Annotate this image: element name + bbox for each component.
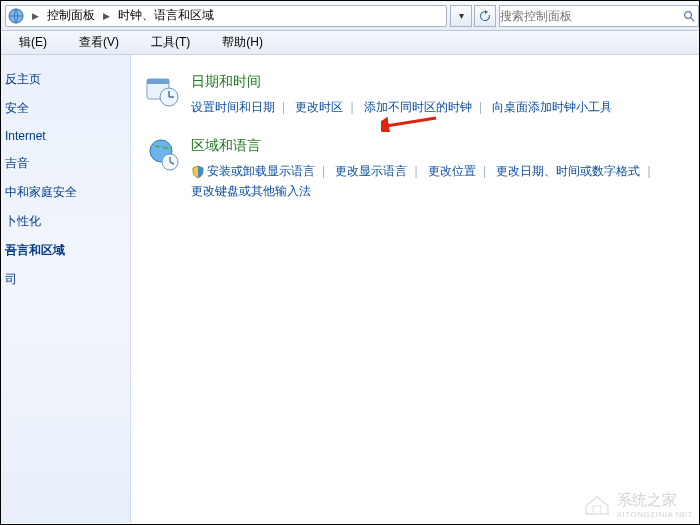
section-title-date-time[interactable]: 日期和时间 bbox=[191, 73, 612, 91]
svg-line-12 bbox=[386, 118, 436, 126]
link-change-timezone[interactable]: 更改时区 bbox=[295, 100, 343, 114]
watermark: 系统之家 XITONGZINIA NET bbox=[583, 491, 693, 519]
globe-clock-icon bbox=[145, 137, 181, 173]
svg-point-1 bbox=[685, 11, 692, 18]
section-title-region-language[interactable]: 区域和语言 bbox=[191, 137, 658, 155]
breadcrumb-control-panel[interactable]: 控制面板 bbox=[43, 5, 99, 26]
menu-tools[interactable]: 工具(T) bbox=[135, 31, 206, 54]
menu-view[interactable]: 查看(V) bbox=[63, 31, 135, 54]
breadcrumb-clock-language-region[interactable]: 时钟、语言和区域 bbox=[114, 5, 218, 26]
search-icon bbox=[680, 10, 698, 22]
chevron-right-icon: ▶ bbox=[99, 11, 114, 21]
svg-rect-13 bbox=[593, 506, 601, 514]
link-change-display-language[interactable]: 更改显示语言 bbox=[335, 164, 407, 178]
shield-icon bbox=[191, 165, 205, 179]
svg-line-2 bbox=[691, 17, 694, 20]
chevron-right-icon: ▶ bbox=[28, 11, 43, 21]
sidebar: 反主页 安全 Internet 吉音 中和家庭安全 卜性化 吾言和区域 司 bbox=[1, 55, 131, 523]
search-box[interactable] bbox=[499, 5, 699, 27]
svg-rect-4 bbox=[147, 79, 169, 84]
link-set-date-time[interactable]: 设置时间和日期 bbox=[191, 100, 275, 114]
watermark-text: 系统之家 bbox=[617, 491, 693, 510]
content-pane: 日期和时间 设置时间和日期| 更改时区| 添加不同时区的时钟| 向桌面添加时钟小… bbox=[131, 55, 699, 523]
annotation-arrow bbox=[381, 112, 441, 132]
watermark-url: XITONGZINIA NET bbox=[617, 510, 693, 519]
sidebar-item-family[interactable]: 中和家庭安全 bbox=[1, 178, 130, 207]
link-change-location[interactable]: 更改位置 bbox=[428, 164, 476, 178]
menu-bar: 辑(E) 查看(V) 工具(T) 帮助(H) bbox=[1, 31, 699, 55]
refresh-button[interactable] bbox=[474, 5, 496, 27]
sidebar-item-sound[interactable]: 吉音 bbox=[1, 149, 130, 178]
breadcrumb[interactable]: ▶ 控制面板 ▶ 时钟、语言和区域 bbox=[5, 5, 447, 27]
section-date-time: 日期和时间 设置时间和日期| 更改时区| 添加不同时区的时钟| 向桌面添加时钟小… bbox=[145, 73, 685, 117]
menu-edit[interactable]: 辑(E) bbox=[3, 31, 63, 54]
address-bar: ▶ 控制面板 ▶ 时钟、语言和区域 ▾ bbox=[1, 1, 699, 31]
sidebar-item-internet[interactable]: Internet bbox=[1, 123, 130, 149]
dropdown-button[interactable]: ▾ bbox=[450, 5, 472, 27]
link-change-keyboard[interactable]: 更改键盘或其他输入法 bbox=[191, 184, 311, 198]
sidebar-item-misc[interactable]: 司 bbox=[1, 265, 130, 294]
link-change-format[interactable]: 更改日期、时间或数字格式 bbox=[496, 164, 640, 178]
house-icon bbox=[583, 494, 611, 516]
search-input[interactable] bbox=[500, 9, 680, 23]
region-links: 安装或卸载显示语言| 更改显示语言| 更改位置| 更改日期、时间或数字格式| 更… bbox=[191, 161, 658, 201]
control-panel-icon bbox=[8, 8, 24, 24]
sidebar-item-language-region[interactable]: 吾言和区域 bbox=[1, 236, 130, 265]
sidebar-item-security[interactable]: 安全 bbox=[1, 94, 130, 123]
section-region-language: 区域和语言 安装或卸载显示语言| 更改显示语言| 更改位置| 更改日期、时间或数… bbox=[145, 137, 685, 201]
sidebar-item-personalization[interactable]: 卜性化 bbox=[1, 207, 130, 236]
sidebar-item-home[interactable]: 反主页 bbox=[1, 65, 130, 94]
clock-calendar-icon bbox=[145, 73, 181, 109]
link-install-language[interactable]: 安装或卸载显示语言 bbox=[207, 164, 315, 178]
link-add-desktop-clock[interactable]: 向桌面添加时钟小工具 bbox=[492, 100, 612, 114]
menu-help[interactable]: 帮助(H) bbox=[206, 31, 279, 54]
